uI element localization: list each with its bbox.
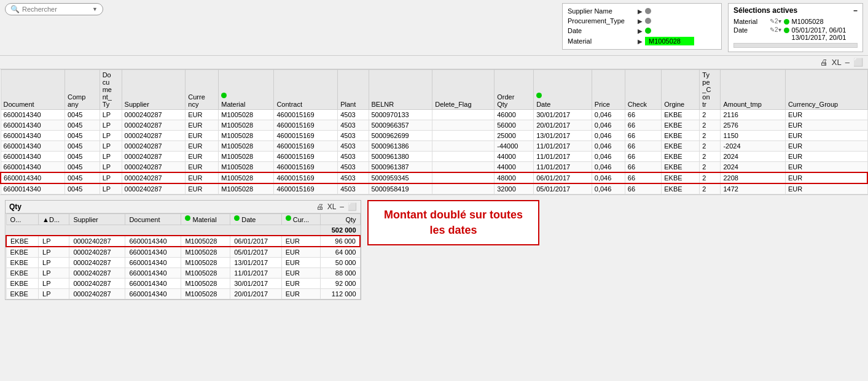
filter-dot-supplier [645, 8, 651, 14]
table-row: 66000143400045LP0000240287EURM1005028460… [1, 110, 867, 120]
qty-maximize-icon[interactable]: ⬜ [348, 202, 357, 211]
main-toolbar: 🖨 XL – ⬜ [0, 56, 868, 69]
filter-arrow-date[interactable]: ▶ [638, 28, 643, 34]
filter-label-date: Date [568, 27, 635, 34]
sel-row-material: Material ✎2▾ M1005028 [733, 17, 858, 26]
main-table-header: Document Company Document_Ty Supplier Cu… [1, 70, 867, 110]
sel-val-date: 05/01/2017, 06/01 13/01/2017, 20/01 [792, 26, 846, 41]
filter-dot-proctype [645, 18, 651, 24]
col-contract: Contract [274, 70, 338, 110]
col-check: Check [625, 70, 661, 110]
filter-dot-date [645, 28, 651, 34]
qty-table-header: O... ▲D... Supplier Document Material Da… [6, 214, 360, 225]
col-doctype: Document_Ty [100, 70, 122, 110]
table-row: 66000143400045LP0000240287EURM1005028460… [1, 131, 867, 141]
col-amount-tmp: Amount_tmp [721, 70, 785, 110]
table-row: 66000143400045LP0000240287EURM1005028460… [1, 162, 867, 173]
bottom-area: Qty 🖨 XL – ⬜ O... ▲D... Supplier Documen… [0, 195, 868, 305]
scrollbar[interactable] [733, 43, 858, 48]
filter-row-date: Date ▶ [568, 26, 716, 36]
qty-col-document: Document [125, 214, 181, 225]
minimize-button[interactable]: – [853, 6, 858, 15]
main-table-body: 66000143400045LP0000240287EURM1005028460… [1, 110, 867, 194]
table-row: 66000143400045LP0000240287EURM1005028460… [1, 183, 867, 194]
table-row: 66000143400045LP0000240287EURM1005028460… [1, 172, 867, 183]
minimize-icon[interactable]: – [845, 58, 850, 67]
search-icon: 🔍 [10, 5, 20, 13]
filter-arrow-supplier[interactable]: ▶ [638, 8, 643, 15]
filter-label-material: Material [568, 37, 635, 45]
selections-title-text: Sélections actives [733, 6, 797, 15]
filter-label-supplier: Supplier Name [568, 7, 635, 15]
qty-total-row: 502 000 [6, 225, 360, 236]
chevron-down-icon[interactable]: ▼ [92, 6, 98, 12]
main-table-container: Document Company Document_Ty Supplier Cu… [0, 69, 868, 195]
table-row: 66000143400045LP0000240287EURM1005028460… [1, 141, 867, 152]
message-text: Montant doublé sur toutes les dates [381, 207, 526, 238]
top-area: 🔍 ▼ Supplier Name ▶ Procurement_Type ▶ D… [0, 0, 868, 56]
selections-panel: Sélections actives – Material ✎2▾ M10050… [728, 3, 863, 52]
qty-toolbar: 🖨 XL – ⬜ [316, 202, 357, 211]
filter-row-material: Material ▶ M1005028 [568, 36, 716, 47]
qty-col-qty: Qty [320, 214, 360, 225]
qty-panel-header: Qty 🖨 XL – ⬜ [6, 201, 361, 214]
qty-table-body: EKBELP00002402876600014340M100502806/01/… [6, 236, 360, 299]
list-item: EKBELP00002402876600014340M100502830/01/… [6, 279, 360, 289]
list-item: EKBELP00002402876600014340M100502805/01/… [6, 247, 360, 258]
qty-table: O... ▲D... Supplier Document Material Da… [6, 214, 361, 299]
search-box[interactable]: 🔍 ▼ [5, 3, 103, 15]
col-currency: Currency [186, 70, 219, 110]
qty-col-doctype: ▲D... [39, 214, 69, 225]
qty-col-supplier: Supplier [69, 214, 125, 225]
qty-print-icon[interactable]: 🖨 [316, 202, 324, 211]
col-orgine: Orgine [662, 70, 700, 110]
col-plant: Plant [338, 70, 369, 110]
col-price: Price [592, 70, 625, 110]
filter-row-supplier: Supplier Name ▶ [568, 6, 716, 16]
maximize-icon[interactable]: ⬜ [853, 58, 863, 67]
excel-icon[interactable]: XL [832, 58, 842, 67]
col-company: Company [65, 70, 100, 110]
col-currency-group: Currency_Group [785, 70, 867, 110]
sel-edit-date[interactable]: ✎2▾ [770, 26, 781, 33]
col-type-contr: Type_Contr [700, 70, 721, 110]
search-input[interactable] [22, 6, 84, 13]
sel-dot-material [784, 19, 789, 25]
list-item: EKBELP00002402876600014340M100502820/01/… [6, 289, 360, 299]
main-table: Document Company Document_Ty Supplier Cu… [0, 69, 868, 194]
sel-edit-material[interactable]: ✎2▾ [770, 18, 781, 25]
qty-col-date: Date [230, 214, 282, 225]
qty-minimize-icon[interactable]: – [340, 202, 344, 211]
qty-col-material: Material [181, 214, 230, 225]
col-date: Date [534, 70, 592, 110]
qty-col-currency: Cur... [281, 214, 320, 225]
col-material: Material [219, 70, 274, 110]
list-item: EKBELP00002402876600014340M100502813/01/… [6, 258, 360, 268]
filter-arrow-proctype[interactable]: ▶ [638, 18, 643, 25]
col-supplier: Supplier [122, 70, 186, 110]
sel-key-material: Material [733, 18, 767, 25]
qty-total-label [6, 225, 320, 236]
col-document: Document [1, 70, 65, 110]
qty-title: Qty [9, 202, 22, 211]
qty-total-value: 502 000 [320, 225, 360, 236]
filter-panel: Supplier Name ▶ Procurement_Type ▶ Date … [562, 3, 722, 50]
qty-col-orgine: O... [6, 214, 39, 225]
filter-arrow-material[interactable]: ▶ [638, 38, 643, 45]
filter-row-proctype: Procurement_Type ▶ [568, 16, 716, 26]
sel-val-material: M1005028 [792, 18, 824, 25]
col-order-qty: OrderQty [495, 70, 534, 110]
qty-excel-icon[interactable]: XL [327, 202, 337, 211]
col-belnr: BELNR [369, 70, 432, 110]
print-icon[interactable]: 🖨 [820, 58, 828, 67]
filter-label-proctype: Procurement_Type [568, 17, 635, 25]
message-box: Montant doublé sur toutes les dates [367, 200, 539, 245]
qty-panel: Qty 🖨 XL – ⬜ O... ▲D... Supplier Documen… [5, 200, 361, 300]
selections-title: Sélections actives – [733, 6, 858, 15]
sel-key-date: Date [733, 26, 767, 34]
sel-dot-date [784, 28, 789, 33]
col-delete-flag: Delete_Flag [432, 70, 495, 110]
table-row: 66000143400045LP0000240287EURM1005028460… [1, 120, 867, 131]
list-item: EKBELP00002402876600014340M100502806/01/… [6, 236, 360, 247]
list-item: EKBELP00002402876600014340M100502811/01/… [6, 268, 360, 279]
